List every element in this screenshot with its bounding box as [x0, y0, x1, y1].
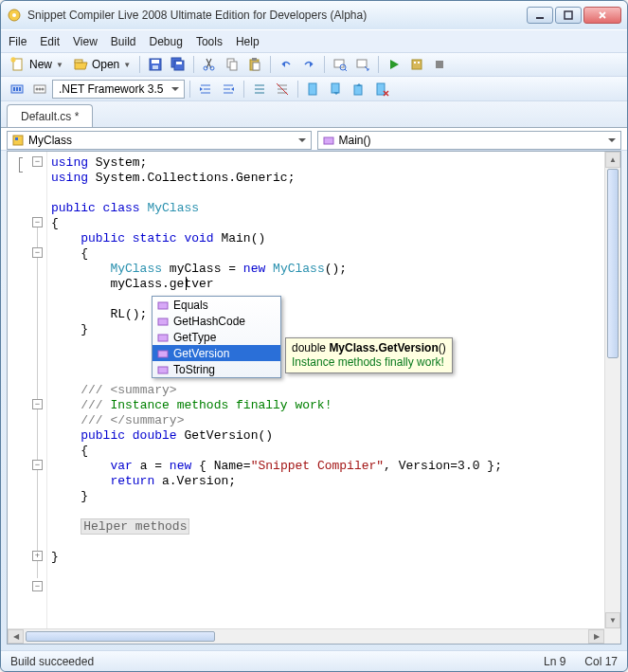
- svg-rect-35: [332, 83, 339, 93]
- scroll-right-icon[interactable]: ▶: [588, 629, 604, 644]
- statusbar: Build succeeded Ln 9 Col 17: [1, 650, 627, 671]
- menu-view[interactable]: View: [73, 35, 98, 48]
- svg-rect-40: [324, 137, 333, 144]
- method-icon: [156, 347, 170, 360]
- scroll-up-icon[interactable]: ▲: [605, 152, 620, 168]
- menu-edit[interactable]: Edit: [40, 35, 60, 48]
- svg-point-31: [36, 87, 39, 90]
- svg-rect-17: [252, 58, 257, 61]
- app-icon: [7, 8, 22, 23]
- svg-rect-27: [13, 87, 15, 91]
- config-icon[interactable]: [7, 79, 27, 100]
- class-combo[interactable]: MyClass: [7, 131, 312, 150]
- svg-rect-43: [158, 335, 168, 341]
- signature-tooltip: double MyClass.GetVersion() Instance met…: [285, 337, 453, 373]
- menu-help[interactable]: Help: [236, 35, 260, 48]
- maximize-button[interactable]: [555, 7, 582, 24]
- config2-icon[interactable]: [29, 79, 50, 100]
- svg-rect-25: [436, 61, 443, 68]
- bookmark-next-icon[interactable]: [349, 79, 369, 100]
- method-icon: [322, 134, 335, 147]
- vertical-scrollbar[interactable]: ▲ ▼: [604, 152, 620, 628]
- bookmark-prev-icon[interactable]: [326, 79, 347, 100]
- svg-rect-22: [412, 60, 422, 69]
- intellisense-item-selected[interactable]: GetVersion: [153, 345, 280, 361]
- svg-rect-34: [309, 83, 316, 95]
- status-message: Build succeeded: [10, 655, 94, 668]
- fold-button[interactable]: −: [32, 247, 43, 258]
- svg-rect-5: [75, 60, 82, 63]
- undo-icon[interactable]: [276, 54, 296, 75]
- navigation-bar: MyClass Main(): [1, 128, 627, 151]
- svg-rect-3: [565, 11, 572, 19]
- close-button[interactable]: [583, 7, 621, 24]
- svg-point-33: [42, 87, 45, 90]
- copy-icon[interactable]: [222, 54, 242, 75]
- code-editor[interactable]: − − − − − + − using System; using System…: [7, 151, 621, 645]
- toolbar-1: New▼ Open▼: [1, 52, 627, 77]
- svg-rect-7: [152, 60, 159, 64]
- svg-point-32: [39, 87, 42, 90]
- find-next-icon[interactable]: [352, 54, 373, 75]
- intellisense-item[interactable]: ToString: [153, 361, 280, 377]
- fold-button[interactable]: −: [32, 460, 43, 470]
- fold-button[interactable]: −: [32, 217, 43, 227]
- main-window: Snippet Compiler Live 2008 Ultimate Edit…: [0, 0, 628, 672]
- indent-icon[interactable]: [218, 79, 239, 100]
- svg-rect-36: [354, 85, 362, 95]
- build-icon[interactable]: [406, 54, 427, 75]
- find-icon[interactable]: [330, 54, 350, 75]
- open-button[interactable]: Open▼: [69, 54, 135, 75]
- tab-default-cs[interactable]: Default.cs *: [7, 104, 93, 127]
- svg-rect-42: [158, 318, 168, 325]
- status-line: Ln 9: [544, 655, 565, 668]
- save-all-icon[interactable]: [168, 54, 188, 75]
- bookmark-icon[interactable]: [303, 79, 324, 100]
- stop-icon[interactable]: [429, 54, 450, 75]
- svg-rect-45: [158, 367, 168, 373]
- region-collapsed[interactable]: Helper methods: [81, 518, 189, 535]
- menu-build[interactable]: Build: [111, 35, 136, 48]
- paste-icon[interactable]: [244, 54, 265, 75]
- toolbar-2: .NET Framework 3.5: [1, 77, 627, 101]
- method-icon: [156, 331, 170, 344]
- redo-icon[interactable]: [298, 54, 319, 75]
- horizontal-scrollbar[interactable]: ◀ ▶: [8, 628, 604, 644]
- intellisense-popup[interactable]: Equals GetHashCode GetType GetVersion To…: [152, 296, 281, 378]
- fold-button[interactable]: −: [32, 156, 43, 167]
- svg-rect-39: [15, 137, 18, 140]
- bookmark-clear-icon[interactable]: [371, 79, 392, 100]
- intellisense-item[interactable]: GetHashCode: [153, 313, 280, 329]
- intellisense-item[interactable]: GetType: [153, 329, 280, 345]
- fold-button[interactable]: −: [32, 399, 43, 409]
- save-icon[interactable]: [145, 54, 166, 75]
- framework-combo[interactable]: .NET Framework 3.5: [52, 80, 185, 99]
- status-column: Col 17: [584, 655, 618, 668]
- menu-debug[interactable]: Debug: [150, 35, 183, 48]
- scroll-down-icon[interactable]: ▼: [605, 612, 620, 628]
- svg-rect-11: [176, 62, 182, 64]
- fold-button[interactable]: −: [32, 581, 43, 591]
- fold-button[interactable]: +: [32, 551, 43, 561]
- method-icon: [156, 315, 170, 328]
- run-icon[interactable]: [384, 54, 404, 75]
- menubar: File Edit View Build Debug Tools Help: [1, 29, 627, 52]
- comment-icon[interactable]: [249, 79, 270, 100]
- uncomment-icon[interactable]: [272, 79, 293, 100]
- minimize-button[interactable]: [527, 7, 553, 24]
- cut-icon[interactable]: [199, 54, 220, 75]
- window-title: Snippet Compiler Live 2008 Ultimate Edit…: [27, 9, 527, 22]
- svg-rect-19: [334, 60, 344, 67]
- scroll-left-icon[interactable]: ◀: [8, 629, 24, 644]
- menu-tools[interactable]: Tools: [196, 35, 223, 48]
- scroll-thumb[interactable]: [26, 631, 215, 642]
- svg-rect-23: [414, 62, 416, 64]
- intellisense-item[interactable]: Equals: [153, 297, 280, 313]
- scroll-thumb[interactable]: [607, 169, 619, 358]
- menu-file[interactable]: File: [9, 35, 27, 48]
- titlebar[interactable]: Snippet Compiler Live 2008 Ultimate Edit…: [1, 1, 627, 29]
- new-button[interactable]: New▼: [7, 54, 67, 75]
- svg-rect-29: [19, 87, 21, 91]
- outdent-icon[interactable]: [195, 79, 216, 100]
- member-combo[interactable]: Main(): [317, 131, 622, 150]
